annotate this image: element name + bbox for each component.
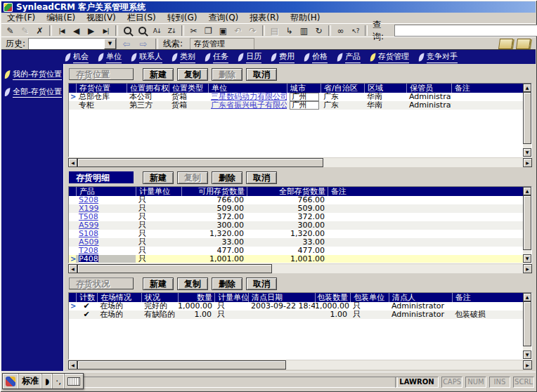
sort-descending-icon[interactable]: Z↓ — [164, 25, 179, 37]
column-header[interactable]: 省/自治区 — [321, 84, 364, 93]
undo-icon[interactable]: ↶ — [231, 25, 245, 37]
column-header[interactable]: 数量 — [178, 293, 214, 302]
scroll-left-icon[interactable]: ◀ — [68, 264, 77, 273]
scroll-right-icon[interactable]: ▶ — [523, 158, 532, 167]
sidebar-item-my-inventory-locations[interactable]: 我的-存货位置 — [4, 69, 62, 80]
column-header[interactable] — [69, 187, 76, 196]
tab-company[interactable]: 单位 — [98, 51, 122, 63]
status-new-button[interactable]: 新建 — [143, 277, 174, 290]
history-input[interactable] — [29, 39, 104, 49]
cell-link[interactable]: A509 — [79, 238, 99, 247]
first-record-icon[interactable]: |◀ — [54, 25, 69, 37]
table-row[interactable]: S208只766.00766.00 — [69, 196, 526, 204]
cell-editor[interactable]: 广州 — [290, 101, 319, 110]
column-header[interactable]: 状况 — [141, 293, 178, 302]
column-header[interactable]: 位置类型 — [169, 84, 208, 93]
cell-link[interactable]: S108 — [79, 230, 98, 238]
tab-contact[interactable]: 联系人 — [131, 51, 162, 63]
cell-link-selected[interactable]: P408 — [79, 255, 98, 263]
column-header[interactable]: 清点人 — [389, 293, 452, 302]
print-icon[interactable]: ▤ — [267, 25, 282, 37]
scrollbar-thumb[interactable] — [523, 301, 531, 346]
location-delete-button[interactable]: 删除 — [212, 68, 242, 81]
search-icon[interactable] — [120, 25, 135, 37]
column-header[interactable]: 计数 — [76, 293, 97, 302]
scroll-down-icon[interactable]: ▼ — [523, 148, 531, 157]
ime-logo-segment[interactable] — [3, 374, 19, 388]
cell-link[interactable]: A599 — [79, 221, 99, 230]
cell-link[interactable]: 三星数码动力有限公司 — [211, 93, 287, 101]
detail-delete-button[interactable]: 删除 — [212, 171, 242, 184]
report-preview-icon[interactable] — [516, 39, 531, 49]
scroll-up-icon[interactable]: ▲ — [523, 84, 531, 92]
table-row[interactable]: S108只1,320.001,320.00 — [69, 230, 526, 238]
horizontal-scrollbar[interactable]: ◀ ▶ — [68, 264, 532, 273]
column-header[interactable]: 存货位置 — [76, 84, 127, 93]
table-row[interactable]: T508只372.00372.00 — [69, 213, 526, 221]
scroll-down-icon[interactable]: ▼ — [523, 351, 531, 359]
scroll-right-icon[interactable]: ▶ — [523, 360, 532, 370]
scrollbar-thumb[interactable] — [523, 92, 531, 144]
tab-competitor[interactable]: 竞争对手 — [418, 51, 458, 63]
scroll-right-icon[interactable]: ▶ — [523, 264, 532, 273]
tab-inventory-management[interactable]: 存货管理 — [370, 51, 409, 63]
cell-link[interactable]: S208 — [79, 196, 98, 204]
table-row[interactable]: >总部仓库本公司货箱三星数码动力有限公司广州广东华南Administrator — [69, 93, 526, 101]
scrollbar-thumb[interactable] — [77, 158, 323, 167]
query-input[interactable] — [395, 25, 537, 36]
table-row[interactable]: A599只300.00300.00 — [69, 221, 526, 230]
column-header[interactable]: 包装单位 — [350, 293, 389, 302]
scroll-up-icon[interactable]: ▲ — [523, 187, 531, 195]
send-icon[interactable]: ▥ — [297, 25, 311, 37]
delete-record-icon[interactable]: ✗ — [32, 25, 47, 37]
cut-icon[interactable]: ✂ — [186, 25, 201, 37]
column-header[interactable]: 计量单位 — [136, 187, 181, 196]
cell-link[interactable]: 广东省振兴电子有限公司 — [211, 101, 287, 110]
column-header[interactable]: 区域 — [364, 84, 406, 93]
refresh-icon[interactable]: ↻ — [311, 25, 326, 37]
column-header[interactable]: 备注 — [451, 84, 526, 93]
status-copy-button[interactable]: 复制 — [177, 277, 208, 290]
tab-task[interactable]: 任务 — [205, 51, 228, 63]
detail-new-button[interactable]: 新建 — [143, 171, 174, 184]
ime-keyboard-segment[interactable] — [65, 374, 83, 388]
table-row[interactable]: ✔在场的有缺陷的1.00只1.00只Administrator包装破损 — [69, 311, 526, 319]
sidebar-item-all-inventory-locations[interactable]: 全部-存货位置 — [4, 86, 62, 98]
scrollbar-thumb[interactable] — [77, 360, 286, 370]
table-row[interactable]: T208只477.00477.00 — [69, 247, 526, 255]
column-header[interactable]: 单位 — [208, 84, 287, 93]
column-header[interactable]: 包装数量 — [315, 293, 350, 302]
report-icon[interactable] — [498, 39, 513, 49]
next-record-icon[interactable]: ▶ — [84, 25, 98, 37]
preview-search-icon[interactable] — [135, 25, 150, 37]
scroll-up-icon[interactable]: ▲ — [523, 293, 531, 301]
vertical-scrollbar[interactable]: ▲ ▼ — [523, 84, 531, 157]
horizontal-scrollbar[interactable]: ◀ ▶ — [68, 360, 532, 370]
redo-icon[interactable]: ↷ — [245, 25, 260, 37]
location-copy-button[interactable]: 复制 — [177, 68, 208, 81]
ime-halfwidth-moon-icon[interactable]: ◗ — [42, 374, 53, 388]
column-header[interactable]: 位置拥有权 — [127, 84, 169, 93]
column-header[interactable]: 保管员 — [406, 84, 451, 93]
horizontal-scrollbar[interactable]: ◀ ▶ — [68, 158, 532, 167]
column-header[interactable]: 计量单位 — [214, 293, 248, 302]
paste-icon[interactable]: ▣ — [216, 25, 231, 37]
location-cancel-button[interactable]: 取消 — [246, 68, 277, 81]
table-row[interactable]: X199只509.00509.00 — [69, 204, 526, 213]
column-header[interactable]: 清点日期 — [248, 293, 315, 302]
table-row[interactable]: >✔在场的完好的1,000.00只2003-09-22 18:471,000.0… — [69, 302, 526, 311]
column-header[interactable]: 备注 — [328, 187, 526, 196]
history-forward-icon[interactable]: ⇨ — [136, 38, 150, 49]
ime-toolbar[interactable]: 标准 ◗ ·, — [2, 373, 84, 389]
column-header[interactable]: 可用存货数量 — [181, 187, 247, 196]
vertical-scrollbar[interactable]: ▲ ▼ — [523, 293, 531, 359]
history-combobox[interactable]: ▼ — [28, 38, 117, 50]
column-header[interactable]: 产品 — [76, 187, 136, 196]
new-record-icon[interactable]: ✎ — [3, 25, 18, 37]
previous-record-icon[interactable]: ◀ — [69, 25, 84, 37]
cell-link[interactable]: T208 — [79, 247, 98, 255]
tab-product[interactable]: 产品 — [337, 51, 361, 63]
table-row[interactable]: >P408只1,001.001,001.00 — [69, 255, 526, 263]
scrollbar-thumb[interactable] — [523, 195, 531, 250]
whats-this-help-icon[interactable]: ↖? — [348, 25, 363, 37]
